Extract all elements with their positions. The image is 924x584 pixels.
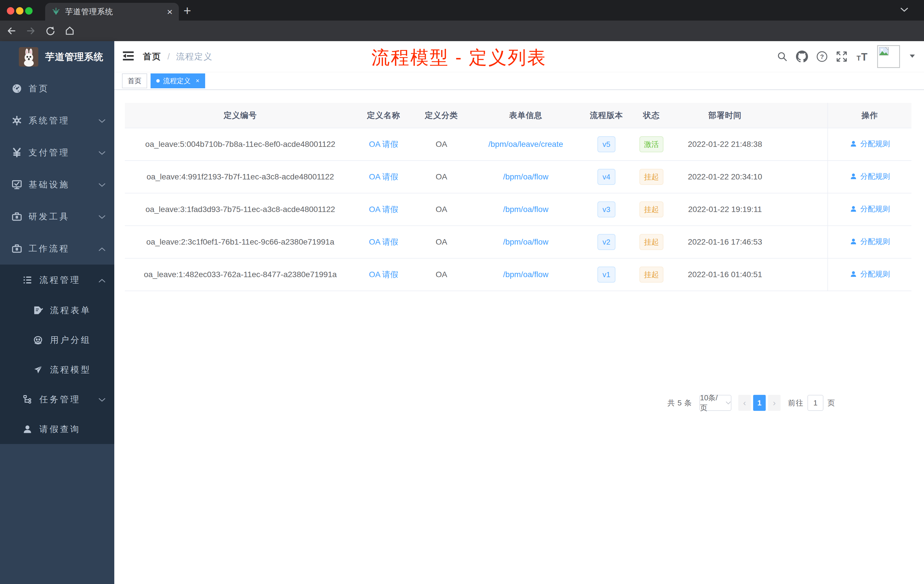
cell-spacer xyxy=(780,193,828,226)
form-link[interactable]: /bpm/oa/flow xyxy=(503,270,549,279)
status-badge: 激活 xyxy=(639,136,663,152)
home-icon[interactable] xyxy=(64,26,75,37)
sidebar-item-process-management[interactable]: 流程管理 xyxy=(0,265,114,295)
cell-deploy-time: 2022-01-16 01:40:51 xyxy=(670,258,780,291)
fullscreen-icon[interactable] xyxy=(836,51,847,62)
tab-search-chevron-icon[interactable] xyxy=(900,7,909,14)
svg-text:T: T xyxy=(861,51,868,62)
column-header: 定义编号 xyxy=(125,103,356,128)
cell-definition-id: oa_leave:5:004b710b-7b8a-11ec-8ef0-acde4… xyxy=(125,128,356,160)
form-link[interactable]: /bpm/oa/flow xyxy=(503,205,549,214)
close-window-button[interactable] xyxy=(7,7,14,15)
app-title: 芋道管理系统 xyxy=(45,51,104,63)
form-link[interactable]: /bpm/oa/flow xyxy=(503,238,549,246)
font-size-icon[interactable]: TT xyxy=(855,51,869,62)
avatar[interactable] xyxy=(877,45,900,68)
github-icon[interactable] xyxy=(796,51,808,63)
reload-icon[interactable] xyxy=(45,26,55,37)
assign-rule-button[interactable]: 分配规则 xyxy=(850,139,890,149)
sidebar-item-label: 流程管理 xyxy=(40,274,81,286)
sidebar-item-process-form[interactable]: 流程表单 xyxy=(0,295,114,325)
page-size-select[interactable]: 10条/页 xyxy=(700,395,731,411)
sidebar-item-task-management[interactable]: 任务管理 xyxy=(0,384,114,414)
cell-deploy-time: 2022-01-22 20:34:10 xyxy=(670,160,780,193)
cell-spacer xyxy=(780,226,828,258)
definition-name-link[interactable]: OA 请假 xyxy=(369,140,398,148)
breadcrumb-home[interactable]: 首页 xyxy=(143,51,161,63)
new-tab-button[interactable]: + xyxy=(183,4,191,17)
cell-deploy-time: 2022-01-16 17:46:53 xyxy=(670,226,780,258)
chevron-down-icon xyxy=(98,180,106,190)
assign-rule-label: 分配规则 xyxy=(860,269,890,279)
sidebar-collapse-icon[interactable] xyxy=(122,50,134,63)
sidebar-item-label: 任务管理 xyxy=(40,394,81,406)
tag-process-definition[interactable]: 流程定义 × xyxy=(150,73,205,88)
tab-close-icon[interactable]: × xyxy=(167,7,173,16)
next-page-button[interactable]: › xyxy=(768,395,780,411)
sidebar-item-infrastructure[interactable]: 基础设施 xyxy=(0,168,114,201)
definition-name-link[interactable]: OA 请假 xyxy=(369,205,398,214)
definition-name-link[interactable]: OA 请假 xyxy=(369,238,398,246)
column-header: 定义名称 xyxy=(356,103,411,128)
current-page-button[interactable]: 1 xyxy=(753,395,766,411)
definition-name-link[interactable]: OA 请假 xyxy=(369,270,398,279)
form-link[interactable]: /bpm/oa/flow xyxy=(503,172,549,181)
monitor-icon xyxy=(12,179,24,190)
assign-rule-button[interactable]: 分配规则 xyxy=(850,237,890,247)
dashboard-icon xyxy=(12,83,24,94)
back-icon[interactable] xyxy=(6,26,16,37)
sidebar-item-label: 研发工具 xyxy=(28,211,70,223)
maximize-window-button[interactable] xyxy=(25,7,33,15)
chevron-up-icon xyxy=(98,244,106,253)
sidebar-item-home[interactable]: 首页 xyxy=(0,73,114,105)
sidebar-item-system[interactable]: 系统管理 xyxy=(0,105,114,137)
cell-deploy-time: 2022-01-22 21:48:38 xyxy=(670,128,780,160)
sidebar-item-label: 请假查询 xyxy=(40,424,81,435)
search-icon[interactable] xyxy=(777,51,788,62)
cell-definition-id: oa_leave:4:991f2193-7b7f-11ec-a3c8-acde4… xyxy=(125,160,356,193)
cell-category: OA xyxy=(411,193,472,226)
svg-text:T: T xyxy=(856,54,861,62)
minimize-window-button[interactable] xyxy=(16,7,23,15)
gear-icon xyxy=(12,115,24,126)
form-link[interactable]: /bpm/oa/leave/create xyxy=(488,140,563,148)
tag-close-icon[interactable]: × xyxy=(196,78,200,84)
cell-spacer xyxy=(780,258,828,291)
page-content: 定义编号 定义名称 定义分类 表单信息 流程版本 状态 部署时间 操作 oa_l… xyxy=(114,90,924,584)
sidebar-item-dev-tools[interactable]: 研发工具 xyxy=(0,201,114,233)
version-badge: v3 xyxy=(597,201,615,218)
version-badge: v1 xyxy=(597,267,615,282)
sidebar: 芋道管理系统 首页 系统管理 支付管理 xyxy=(0,41,114,584)
app-logo[interactable]: 芋道管理系统 xyxy=(0,41,114,73)
table-row: oa_leave:2:3c1f0ef1-76b1-11ec-9c66-a2380… xyxy=(125,226,911,258)
goto-page-input[interactable] xyxy=(807,395,823,411)
breadcrumb: 首页 / 流程定义 xyxy=(143,41,213,72)
version-badge: v4 xyxy=(597,169,615,185)
browser-tab[interactable]: 芋道管理系统 × xyxy=(45,3,179,21)
tag-home[interactable]: 首页 xyxy=(122,73,147,88)
forward-icon[interactable] xyxy=(26,26,36,37)
goto-unit-label: 页 xyxy=(827,398,835,408)
assign-rule-label: 分配规则 xyxy=(860,172,890,181)
breadcrumb-current: 流程定义 xyxy=(176,51,213,63)
sidebar-item-workflow[interactable]: 工作流程 xyxy=(0,233,114,265)
sidebar-item-process-model[interactable]: 流程模型 xyxy=(0,355,114,384)
assign-rule-button[interactable]: 分配规则 xyxy=(850,269,890,279)
sidebar-item-leave-query[interactable]: 请假查询 xyxy=(0,414,114,444)
cell-spacer xyxy=(780,128,828,160)
assign-rule-label: 分配规则 xyxy=(860,237,890,247)
assign-rule-button[interactable]: 分配规则 xyxy=(850,172,890,181)
main-area: 首页 / 流程定义 ? TT xyxy=(114,41,924,584)
help-icon[interactable]: ? xyxy=(816,51,828,63)
definition-name-link[interactable]: OA 请假 xyxy=(369,172,398,181)
workflow-tree-icon xyxy=(22,394,35,404)
sidebar-item-user-group[interactable]: 用户分组 xyxy=(0,325,114,355)
sidebar-item-payment[interactable]: 支付管理 xyxy=(0,137,114,168)
assign-rule-button[interactable]: 分配规则 xyxy=(850,204,890,214)
prev-page-button[interactable]: ‹ xyxy=(738,395,751,411)
cell-definition-id: oa_leave:2:3c1f0ef1-76b1-11ec-9c66-a2380… xyxy=(125,226,356,258)
paper-plane-icon xyxy=(33,365,45,375)
avatar-caret-icon[interactable] xyxy=(909,54,916,59)
screen: 芋道管理系统 × + 不安全 dashboard.yudao.iocoder.c… xyxy=(0,0,924,584)
browser-tabstrip: 芋道管理系统 × + xyxy=(0,0,924,21)
